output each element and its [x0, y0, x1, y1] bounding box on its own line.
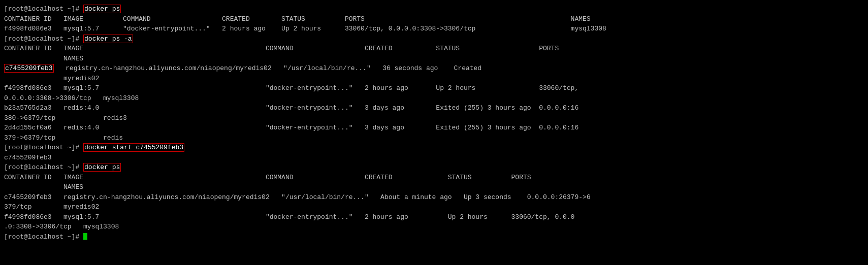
cursor: █ [83, 233, 87, 241]
line-5b: NAMES [4, 54, 864, 64]
line-6b: myredis02 [4, 74, 864, 84]
prompt-1: [root@localhost ~]# [4, 5, 83, 13]
cmd-docker-ps-a: docker ps -a [83, 35, 133, 43]
line-1: [root@localhost ~]# docker ps [4, 4, 864, 14]
line-15b: .0:3308->3306/tcp mysql3308 [4, 222, 864, 232]
prompt-2: [root@localhost ~]# [4, 35, 83, 43]
line-4: [root@localhost ~]# docker ps -a [4, 34, 864, 44]
cmd-docker-ps-2: docker ps [83, 163, 121, 172]
line-3: f4998fd086e3 mysql:5.7 "docker-entrypoin… [4, 24, 864, 34]
container-id-c7455209: c7455209feb3 [4, 64, 54, 73]
prompt-4: [root@localhost ~]# [4, 163, 83, 171]
line-2: CONTAINER ID IMAGE COMMAND CREATED STATU… [4, 14, 864, 24]
line-5: CONTAINER ID IMAGE COMMAND CREATED STATU… [4, 44, 864, 54]
line-6: c7455209feb3 registry.cn-hangzhou.aliyun… [4, 63, 864, 74]
cmd-docker-ps-1: docker ps [83, 5, 121, 13]
line-9: 2d4d155cf0a6 redis:4.0 "docker-entrypoin… [4, 123, 864, 133]
line-7: f4998fd086e3 mysql:5.7 "docker-entrypoin… [4, 83, 864, 93]
line-8: b23a5765d2a3 redis:4.0 "docker-entrypoin… [4, 103, 864, 113]
line-7b: 0.0.0.0:3308->3306/tcp mysql3308 [4, 93, 864, 104]
line-15: f4998fd086e3 mysql:5.7 "docker-entrypoin… [4, 212, 864, 222]
cmd-docker-start: docker start c7455209feb3 [83, 143, 184, 152]
line-13b: NAMES [4, 182, 864, 192]
line-14: c7455209feb3 registry.cn-hangzhou.aliyun… [4, 192, 864, 203]
line-14b: 379/tcp myredis02 [4, 202, 864, 212]
line-prompt-final: [root@localhost ~]# █ [4, 232, 864, 242]
line-12: [root@localhost ~]# docker ps [4, 162, 864, 173]
prompt-3: [root@localhost ~]# [4, 144, 83, 151]
line-8b: 380->6379/tcp redis3 [4, 113, 864, 123]
line-9b: 379->6379/tcp redis [4, 133, 864, 143]
line-11: c7455209feb3 [4, 153, 864, 163]
prompt-final: [root@localhost ~]# [4, 233, 83, 241]
line-13: CONTAINER ID IMAGE COMMAND CREATED STATU… [4, 173, 864, 183]
terminal-window: [root@localhost ~]# docker ps CONTAINER … [4, 4, 864, 242]
line-10: [root@localhost ~]# docker start c745520… [4, 143, 864, 153]
